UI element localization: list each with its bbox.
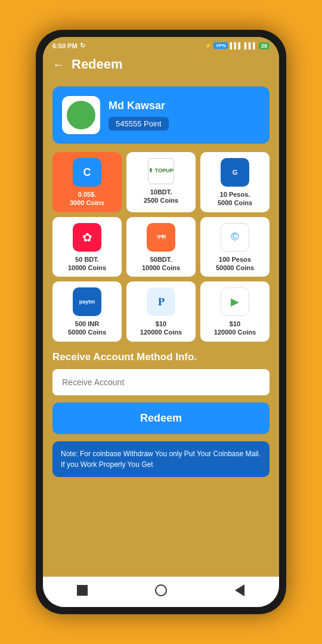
phone-inner: 6:50 PM ↻ ⚡ VPN ▌▌▌ ▌▌▌ 28 ← Redeem	[43, 37, 279, 607]
battery-indicator: 28	[259, 42, 270, 49]
redeem-option-paytm[interactable]: paytm 500 INR50000 Coins	[52, 281, 122, 342]
nav-bar	[43, 577, 279, 607]
redeem-option-bkash[interactable]: ✿ 50 BDT.10000 Coins	[52, 217, 122, 277]
pesos-icon: ©	[221, 223, 249, 252]
redeem-option-gcash[interactable]: G 10 Pesos.5000 Coins	[200, 152, 270, 212]
redeem-option-topup[interactable]: ⬆ TOPUP 10BDT.2500 Coins	[126, 152, 196, 212]
redeem-option-gplay[interactable]: ▶ $10120000 Coins	[200, 281, 270, 342]
section-title: Receive Account Method Info.	[52, 351, 270, 363]
note-box: Note: For coinbase Withdraw You only Put…	[52, 441, 270, 477]
pesos-label: 100 Pesos50000 Coins	[216, 255, 254, 273]
back-nav-button[interactable]	[233, 583, 247, 597]
nagad-icon: নগদ	[147, 223, 175, 252]
note-text: Note: For coinbase Withdraw You only Put…	[61, 450, 261, 469]
gplay-icon: ▶	[221, 287, 249, 316]
signal2-icon: ▌▌▌	[244, 42, 257, 49]
avatar-circle	[67, 101, 95, 129]
gcash-label: 10 Pesos.5000 Coins	[218, 190, 252, 208]
profile-card: Md Kawsar 545555 Point	[52, 86, 270, 144]
home-icon	[155, 584, 167, 596]
phone-wrapper: 6:50 PM ↻ ⚡ VPN ▌▌▌ ▌▌▌ 28 ← Redeem	[0, 0, 322, 644]
receive-account-input[interactable]	[52, 369, 270, 395]
points-badge: 545555 Point	[109, 117, 169, 131]
bkash-label: 50 BDT.10000 Coins	[68, 255, 106, 273]
phone: 6:50 PM ↻ ⚡ VPN ▌▌▌ ▌▌▌ 28 ← Redeem	[36, 30, 286, 614]
page-title: Redeem	[72, 57, 123, 72]
profile-name: Md Kawsar	[109, 100, 169, 112]
topup-icon: ⬆ TOPUP	[148, 158, 174, 184]
topup-label: 10BDT.2500 Coins	[144, 188, 178, 205]
home-button[interactable]	[154, 583, 168, 597]
vpn-badge: VPN	[213, 42, 228, 49]
paypal-label: $10120000 Coins	[140, 320, 182, 337]
gcash-icon: G	[221, 158, 249, 187]
time: 6:50 PM	[52, 42, 78, 49]
status-left: 6:50 PM ↻	[52, 42, 85, 49]
coinbase-label: 0.05$.3000 Coins	[70, 190, 104, 208]
paypal-icon: 𝐏	[147, 287, 175, 316]
redeem-button[interactable]: Redeem	[52, 402, 270, 434]
bluetooth-icon: ⚡	[205, 42, 212, 49]
coinbase-icon: C	[73, 158, 101, 187]
redeem-option-coinbase[interactable]: C 0.05$.3000 Coins	[52, 152, 122, 212]
nagad-label: 50BDT.10000 Coins	[142, 255, 180, 273]
redeem-options-grid: C 0.05$.3000 Coins ⬆ TOPUP 10BDT.2500 Co…	[52, 152, 270, 342]
signal-icon: ▌▌▌	[230, 42, 242, 49]
redeem-option-paypal[interactable]: 𝐏 $10120000 Coins	[126, 281, 196, 342]
receive-section: Receive Account Method Info. Redeem Note…	[52, 351, 270, 477]
status-right: ⚡ VPN ▌▌▌ ▌▌▌ 28	[205, 42, 270, 49]
paytm-icon: paytm	[73, 287, 101, 316]
back-nav-icon	[235, 584, 244, 596]
profile-info: Md Kawsar 545555 Point	[109, 100, 169, 131]
sync-icon: ↻	[80, 42, 85, 49]
paytm-label: 500 INR50000 Coins	[68, 320, 106, 337]
gplay-label: $10120000 Coins	[214, 320, 256, 337]
stop-button[interactable]	[75, 583, 89, 597]
scroll-content: Md Kawsar 545555 Point C 0.05$.3000 Coin…	[43, 79, 279, 577]
status-bar: 6:50 PM ↻ ⚡ VPN ▌▌▌ ▌▌▌ 28	[43, 37, 279, 52]
header: ← Redeem	[43, 52, 279, 79]
bkash-icon: ✿	[73, 223, 101, 252]
avatar	[62, 96, 100, 134]
back-button[interactable]: ←	[52, 58, 64, 72]
stop-icon	[77, 585, 88, 596]
redeem-option-pesos[interactable]: © 100 Pesos50000 Coins	[200, 217, 270, 277]
redeem-option-nagad[interactable]: নগদ 50BDT.10000 Coins	[126, 217, 196, 277]
